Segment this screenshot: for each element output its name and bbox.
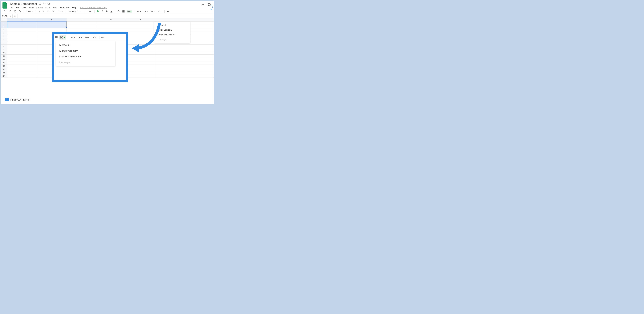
menu-data[interactable]: Data: [46, 6, 50, 9]
row-header[interactable]: 14: [1, 64, 7, 68]
cell[interactable]: [7, 51, 37, 54]
cell[interactable]: [7, 71, 37, 74]
cell[interactable]: [155, 48, 214, 51]
cell[interactable]: [7, 68, 37, 71]
rotate-btn[interactable]: ▼: [92, 36, 98, 39]
merge-vertically-item-big[interactable]: Merge vertically: [56, 48, 115, 54]
cell[interactable]: [126, 21, 155, 25]
formula-bar[interactable]: [18, 14, 214, 18]
cell[interactable]: [7, 38, 37, 41]
cell[interactable]: [37, 21, 66, 25]
menu-view[interactable]: View: [22, 6, 26, 9]
cell[interactable]: [7, 54, 37, 58]
col-header-b[interactable]: B: [37, 18, 66, 21]
cell[interactable]: [7, 74, 37, 78]
cell[interactable]: [66, 28, 96, 31]
share-button[interactable]: [210, 5, 214, 10]
cell[interactable]: [66, 21, 96, 25]
row-header[interactable]: 3: [1, 28, 7, 31]
cell[interactable]: [37, 28, 66, 31]
font-size-selector[interactable]: 10▼: [87, 10, 92, 13]
cell[interactable]: [66, 25, 96, 28]
zoom-selector[interactable]: 100%▼: [26, 10, 34, 13]
menu-format[interactable]: Format: [36, 6, 43, 9]
paint-format-icon[interactable]: [18, 10, 22, 13]
cell[interactable]: [155, 45, 214, 48]
decrease-decimal-btn[interactable]: .0←: [46, 10, 50, 13]
cell[interactable]: [126, 68, 155, 71]
row-header[interactable]: 1: [1, 21, 7, 25]
menu-insert[interactable]: Insert: [29, 6, 34, 9]
cell[interactable]: [7, 45, 37, 48]
borders-icon[interactable]: [55, 36, 58, 39]
menu-tools[interactable]: Tools: [52, 6, 57, 9]
col-header-a[interactable]: A: [7, 18, 37, 21]
col-header-e[interactable]: E: [126, 18, 155, 21]
row-header[interactable]: 5: [1, 35, 7, 38]
cell[interactable]: [155, 54, 214, 58]
v-align-btn[interactable]: ▼: [143, 10, 149, 13]
cell[interactable]: [155, 68, 214, 71]
cell[interactable]: [126, 64, 155, 68]
increase-decimal-btn[interactable]: .00→: [52, 10, 56, 13]
print-icon[interactable]: [13, 10, 17, 13]
sheets-logo[interactable]: [2, 2, 8, 8]
cell[interactable]: [126, 54, 155, 58]
undo-icon[interactable]: [3, 10, 7, 13]
cell[interactable]: [7, 31, 37, 34]
bold-btn[interactable]: B: [96, 10, 100, 13]
wrap-btn[interactable]: ▼: [84, 36, 90, 39]
row-header[interactable]: 11: [1, 54, 7, 58]
cell[interactable]: [126, 35, 155, 38]
cell[interactable]: [7, 25, 37, 28]
col-header-c[interactable]: C: [66, 18, 96, 21]
row-header[interactable]: 17: [1, 74, 7, 78]
currency-btn[interactable]: $: [38, 10, 41, 13]
cell[interactable]: [7, 35, 37, 38]
row-header[interactable]: 15: [1, 68, 7, 71]
select-all-corner[interactable]: [1, 18, 7, 21]
move-icon[interactable]: [43, 2, 46, 5]
cell[interactable]: [155, 51, 214, 54]
row-header[interactable]: 4: [1, 31, 7, 34]
cell[interactable]: [126, 41, 155, 44]
cell[interactable]: [126, 25, 155, 28]
cell[interactable]: [7, 48, 37, 51]
merge-all-item[interactable]: Merge all: [154, 22, 190, 27]
merge-vertically-item[interactable]: Merge vertically: [154, 27, 190, 32]
row-header[interactable]: 9: [1, 48, 7, 51]
row-header[interactable]: 10: [1, 51, 7, 54]
doc-title[interactable]: Sample Spreadsheet: [10, 2, 38, 6]
row-header[interactable]: 7: [1, 41, 7, 44]
cell[interactable]: [155, 74, 214, 78]
cell[interactable]: [126, 51, 155, 54]
cell[interactable]: [126, 31, 155, 34]
merge-horizontally-item[interactable]: Merge horizontally: [154, 32, 190, 37]
percent-btn[interactable]: %: [42, 10, 45, 13]
fill-color-icon[interactable]: [117, 10, 120, 13]
col-header-d[interactable]: D: [96, 18, 126, 21]
cell[interactable]: [126, 58, 155, 61]
menu-extensions[interactable]: Extensions: [60, 6, 70, 9]
h-align-btn[interactable]: ▼: [136, 10, 142, 13]
more-btn[interactable]: •••: [102, 36, 104, 39]
merge-cells-active-btn[interactable]: ▼: [59, 35, 66, 39]
row-header[interactable]: 12: [1, 58, 7, 61]
cell[interactable]: [7, 21, 37, 25]
font-selector[interactable]: Default (Ari...▼: [68, 10, 83, 13]
cell[interactable]: [126, 61, 155, 64]
cell[interactable]: [126, 48, 155, 51]
col-header-f[interactable]: [155, 18, 214, 21]
cell[interactable]: [155, 64, 214, 68]
merge-horizontally-item-big[interactable]: Merge horizontally: [56, 54, 115, 59]
cell[interactable]: [155, 58, 214, 61]
star-icon[interactable]: ☆: [39, 2, 41, 5]
cell[interactable]: [126, 45, 155, 48]
h-align-btn[interactable]: ▼: [70, 36, 76, 39]
cell[interactable]: [37, 25, 66, 28]
cell[interactable]: [7, 28, 37, 31]
more-formats-btn[interactable]: 123▼: [58, 10, 64, 13]
cell[interactable]: [7, 41, 37, 44]
menu-help[interactable]: Help: [72, 6, 76, 9]
cell[interactable]: [7, 64, 37, 68]
